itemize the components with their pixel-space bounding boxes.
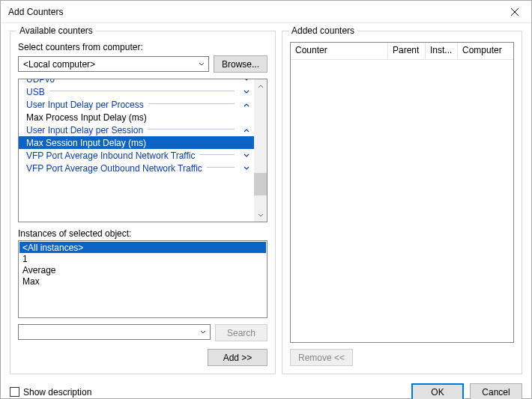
search-combo[interactable] [18, 324, 211, 340]
computer-combo[interactable]: <Local computer> [18, 56, 209, 72]
counters-tree[interactable]: UDPv6USBUser Input Delay per ProcessMax … [18, 79, 267, 222]
col-counter[interactable]: Counter [291, 43, 388, 60]
chevron-up-icon [242, 127, 251, 134]
tree-category[interactable]: UDPv6 [19, 79, 254, 85]
tree-category[interactable]: User Input Delay per Session [19, 124, 254, 136]
scroll-thumb[interactable] [254, 173, 267, 195]
added-counters-table[interactable]: Counter Parent Inst... Computer [290, 42, 514, 343]
instances-listbox[interactable]: <All instances>1AverageMax [18, 240, 267, 318]
tree-category[interactable]: User Input Delay per Process [19, 98, 254, 111]
list-item[interactable]: 1 [19, 253, 266, 264]
ok-button[interactable]: OK [411, 383, 464, 399]
close-button[interactable] [498, 1, 531, 23]
tree-category[interactable]: VFP Port Average Inbound Network Traffic [19, 149, 254, 162]
tree-subitem[interactable]: Max Process Input Delay (ms) [19, 111, 254, 124]
tree-scrollbar[interactable] [254, 79, 267, 222]
col-parent[interactable]: Parent [388, 43, 426, 60]
tree-subitem[interactable]: Max Session Input Delay (ms) [19, 136, 254, 149]
show-description-checkbox[interactable]: Show description [10, 387, 91, 398]
table-header: Counter Parent Inst... Computer [291, 43, 513, 60]
chevron-down-icon [242, 152, 251, 159]
dialog-footer: Show description OK Cancel [1, 379, 531, 399]
chevron-down-icon [242, 165, 251, 172]
window-title: Add Counters [8, 7, 498, 17]
table-body [291, 60, 513, 342]
close-icon [511, 8, 519, 16]
remove-button[interactable]: Remove << [290, 349, 353, 366]
chevron-down-icon [197, 58, 206, 69]
tree-category[interactable]: USB [19, 85, 254, 98]
list-item[interactable]: Average [19, 264, 266, 275]
search-button[interactable]: Search [215, 324, 267, 341]
browse-button[interactable]: Browse... [214, 55, 267, 73]
titlebar: Add Counters [1, 1, 531, 23]
available-counters-label: Available counters [16, 25, 96, 36]
col-computer[interactable]: Computer [458, 43, 513, 60]
tree-category[interactable]: VFP Port Average Outbound Network Traffi… [19, 162, 254, 174]
chevron-down-icon [242, 88, 251, 96]
checkbox-icon [10, 387, 19, 397]
instances-label: Instances of selected object: [18, 228, 267, 239]
scroll-up-icon[interactable] [254, 79, 267, 92]
added-counters-label: Added counters [288, 25, 357, 36]
scroll-down-icon[interactable] [254, 209, 267, 222]
cancel-button[interactable]: Cancel [470, 383, 522, 399]
list-item[interactable]: Max [19, 275, 266, 287]
list-item[interactable]: <All instances> [19, 242, 266, 253]
available-counters-group: Available counters Select counters from … [10, 31, 276, 374]
chevron-up-icon [242, 101, 251, 109]
chevron-down-icon [242, 79, 251, 83]
add-button[interactable]: Add >> [208, 349, 267, 366]
added-counters-group: Added counters Counter Parent Inst... Co… [282, 31, 522, 374]
chevron-down-icon [199, 326, 208, 337]
col-instance[interactable]: Inst... [426, 43, 458, 60]
computer-combo-value: <Local computer> [23, 59, 95, 70]
select-computer-label: Select counters from computer: [18, 42, 267, 52]
add-counters-dialog: Add Counters Available counters Select c… [0, 0, 532, 399]
